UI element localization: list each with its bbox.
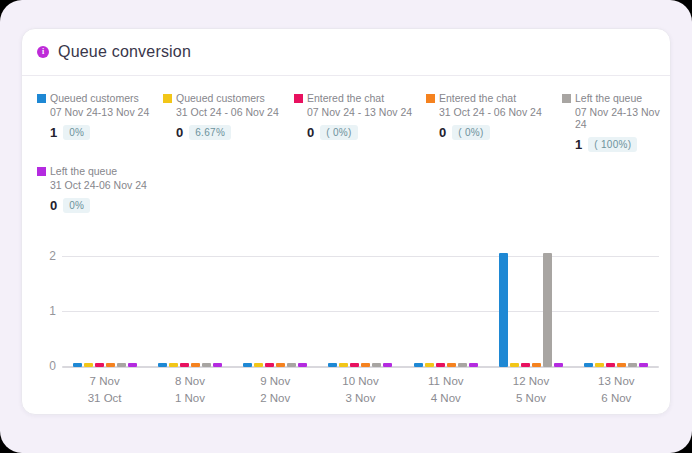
legend-label: Left the queue [50,165,117,177]
bar-entered-the-chat-07-nov-24-13-nov-24[interactable] [180,363,189,367]
x-tick-label-previous: 6 Nov [574,390,659,407]
x-tick-group: 7 Nov31 Oct [62,373,147,407]
bar-left-the-queue-31-oct-24-06-nov-24[interactable] [383,363,392,367]
panel-title: Queue conversion [58,43,191,61]
x-tick-group: 8 Nov1 Nov [147,373,232,407]
bar-entered-the-chat-31-oct-24-06-nov-24[interactable] [276,363,285,367]
bar-left-the-queue-31-oct-24-06-nov-24[interactable] [554,363,563,367]
bar-queued-customers-31-oct-24-06-nov-24[interactable] [84,363,93,367]
legend-value: 0 [50,198,57,213]
bar-entered-the-chat-31-oct-24-06-nov-24[interactable] [532,363,541,367]
legend-item-left-previous[interactable]: Left the queue 31 Oct 24-06 Nov 24 0 0% [37,165,163,213]
bar-left-the-queue-07-nov-24-13-nov-24[interactable] [202,363,211,367]
x-tick-group: 13 Nov6 Nov [574,373,659,407]
legend-period: 07 Nov 24-13 Nov 24 [37,106,163,118]
bar-entered-the-chat-07-nov-24-13-nov-24[interactable] [521,363,530,367]
legend-percentage-badge: ( 0%) [320,125,357,140]
bar-group [318,363,403,367]
bar-group [403,363,488,367]
bar-queued-customers-07-nov-24-13-nov-24[interactable] [328,363,337,367]
legend-swatch-icon [562,94,571,103]
bar-queued-customers-07-nov-24-13-nov-24[interactable] [243,363,252,367]
legend-swatch-icon [163,94,172,103]
bar-entered-the-chat-31-oct-24-06-nov-24[interactable] [191,363,200,367]
x-tick-label-previous: 5 Nov [488,390,573,407]
bar-left-the-queue-07-nov-24-13-nov-24[interactable] [287,363,296,367]
bar-queued-customers-31-oct-24-06-nov-24[interactable] [169,363,178,367]
legend-percentage-badge: 0% [63,198,90,213]
legend-item-queued-previous[interactable]: Queued customers 31 Oct 24 - 06 Nov 24 0… [163,92,294,152]
legend-percentage-badge: ( 0%) [452,125,489,140]
x-tick-label-current: 12 Nov [488,373,573,390]
bar-queued-customers-31-oct-24-06-nov-24[interactable] [254,363,263,367]
y-axis: 210 [22,237,56,367]
legend-item-entered-current[interactable]: Entered the chat 07 Nov 24 - 13 Nov 24 0… [294,92,426,152]
legend-swatch-icon [37,94,46,103]
bar-entered-the-chat-31-oct-24-06-nov-24[interactable] [617,363,626,367]
legend-period: 31 Oct 24-06 Nov 24 [37,179,163,191]
bar-group [574,363,659,367]
bar-left-the-queue-31-oct-24-06-nov-24[interactable] [298,363,307,367]
legend-label: Queued customers [50,92,139,104]
legend-value: 0 [439,125,446,140]
legend-percentage-badge: 6.67% [189,125,231,140]
bar-queued-customers-07-nov-24-13-nov-24[interactable] [73,363,82,367]
bar-entered-the-chat-07-nov-24-13-nov-24[interactable] [265,363,274,367]
legend-period: 07 Nov 24 - 13 Nov 24 [294,106,426,118]
bar-queued-customers-31-oct-24-06-nov-24[interactable] [425,363,434,367]
legend-period: 07 Nov 24-13 Nov 24 [562,106,660,130]
bar-left-the-queue-07-nov-24-13-nov-24[interactable] [628,363,637,367]
bar-left-the-queue-31-oct-24-06-nov-24[interactable] [639,363,648,367]
bar-queued-customers-07-nov-24-13-nov-24[interactable] [499,253,508,367]
bar-entered-the-chat-07-nov-24-13-nov-24[interactable] [606,363,615,367]
bar-queued-customers-31-oct-24-06-nov-24[interactable] [595,363,604,367]
x-tick-label-current: 8 Nov [147,373,232,390]
x-tick-label-current: 7 Nov [62,373,147,390]
y-tick-label: 2 [49,249,56,263]
legend-label: Queued customers [176,92,265,104]
legend-period: 31 Oct 24 - 06 Nov 24 [163,106,294,118]
legend-item-queued-current[interactable]: Queued customers 07 Nov 24-13 Nov 24 1 0… [37,92,163,152]
bar-queued-customers-31-oct-24-06-nov-24[interactable] [510,363,519,367]
legend-value: 0 [176,125,183,140]
legend-swatch-icon [294,94,303,103]
bar-left-the-queue-31-oct-24-06-nov-24[interactable] [469,363,478,367]
bar-entered-the-chat-07-nov-24-13-nov-24[interactable] [350,363,359,367]
bar-queued-customers-31-oct-24-06-nov-24[interactable] [339,363,348,367]
x-tick-label-previous: 2 Nov [233,390,318,407]
legend-value: 1 [575,137,582,152]
bar-left-the-queue-07-nov-24-13-nov-24[interactable] [372,363,381,367]
bar-left-the-queue-31-oct-24-06-nov-24[interactable] [213,363,222,367]
x-tick-label-current: 10 Nov [318,373,403,390]
info-icon[interactable]: i [37,46,49,58]
legend-value: 0 [307,125,314,140]
bar-groups [62,237,659,367]
x-tick-label-current: 9 Nov [233,373,318,390]
legend-period: 31 Oct 24 - 06 Nov 24 [426,106,562,118]
bar-entered-the-chat-07-nov-24-13-nov-24[interactable] [436,363,445,367]
bar-left-the-queue-31-oct-24-06-nov-24[interactable] [128,363,137,367]
x-tick-label-previous: 4 Nov [403,390,488,407]
x-tick-label-previous: 1 Nov [147,390,232,407]
bar-left-the-queue-07-nov-24-13-nov-24[interactable] [458,363,467,367]
bar-chart: 210 7 Nov31 Oct8 Nov1 Nov9 Nov2 Nov10 No… [22,237,671,412]
bar-queued-customers-07-nov-24-13-nov-24[interactable] [584,363,593,367]
chart-legend: Queued customers 07 Nov 24-13 Nov 24 1 0… [22,76,670,219]
bar-entered-the-chat-07-nov-24-13-nov-24[interactable] [95,363,104,367]
legend-item-entered-previous[interactable]: Entered the chat 31 Oct 24 - 06 Nov 24 0… [426,92,562,152]
bar-queued-customers-07-nov-24-13-nov-24[interactable] [158,363,167,367]
bar-left-the-queue-07-nov-24-13-nov-24[interactable] [543,253,552,367]
x-tick-label-previous: 3 Nov [318,390,403,407]
bar-entered-the-chat-31-oct-24-06-nov-24[interactable] [361,363,370,367]
legend-item-left-current[interactable]: Left the queue 07 Nov 24-13 Nov 24 1 ( 1… [562,92,660,152]
legend-label: Entered the chat [439,92,516,104]
legend-percentage-badge: ( 100%) [588,137,637,152]
bar-entered-the-chat-31-oct-24-06-nov-24[interactable] [106,363,115,367]
x-tick-label-previous: 31 Oct [62,390,147,407]
bar-left-the-queue-07-nov-24-13-nov-24[interactable] [117,363,126,367]
plot-area [62,237,659,367]
bar-entered-the-chat-31-oct-24-06-nov-24[interactable] [447,363,456,367]
bar-queued-customers-07-nov-24-13-nov-24[interactable] [414,363,423,367]
y-tick-label: 0 [49,359,56,373]
app-background: i Queue conversion Queued customers 07 N… [0,0,692,453]
